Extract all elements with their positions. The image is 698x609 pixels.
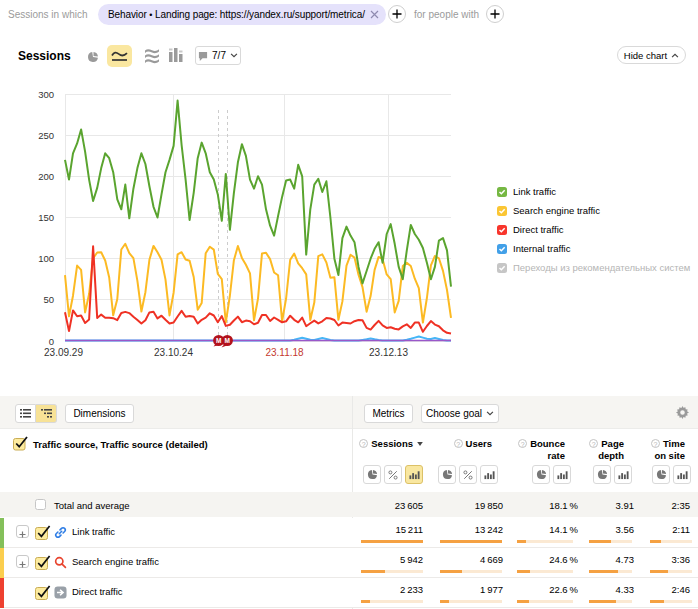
svg-text:100: 100 bbox=[38, 253, 54, 264]
svg-text:200: 200 bbox=[38, 171, 54, 182]
svg-text:0: 0 bbox=[49, 336, 54, 347]
svg-text:150: 150 bbox=[38, 212, 54, 223]
svg-text:23.11.18: 23.11.18 bbox=[265, 347, 304, 358]
svg-text:23.09.29: 23.09.29 bbox=[44, 347, 83, 358]
svg-text:M: M bbox=[216, 337, 221, 344]
svg-text:23.10.24: 23.10.24 bbox=[154, 347, 193, 358]
svg-text:50: 50 bbox=[43, 294, 54, 305]
svg-text:250: 250 bbox=[38, 130, 54, 141]
svg-text:M: M bbox=[225, 337, 230, 344]
svg-text:300: 300 bbox=[38, 89, 54, 100]
svg-text:23.12.13: 23.12.13 bbox=[369, 347, 408, 358]
